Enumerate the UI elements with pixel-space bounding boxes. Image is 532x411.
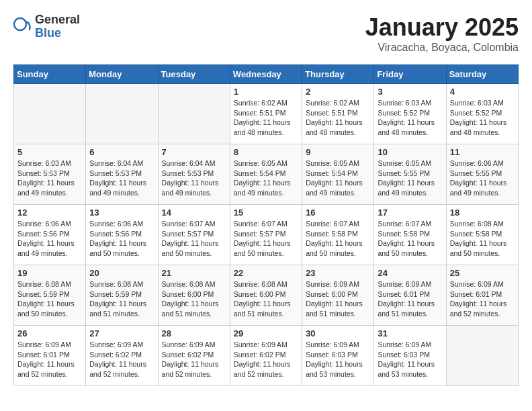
calendar-cell: 21Sunrise: 6:08 AMSunset: 6:00 PMDayligh… xyxy=(158,265,230,326)
calendar-cell: 14Sunrise: 6:07 AMSunset: 5:57 PMDayligh… xyxy=(158,205,230,265)
calendar-cell: 30Sunrise: 6:09 AMSunset: 6:03 PMDayligh… xyxy=(302,326,374,386)
day-number: 9 xyxy=(306,147,370,157)
calendar-cell: 8Sunrise: 6:05 AMSunset: 5:54 PMDaylight… xyxy=(230,144,302,205)
day-number: 23 xyxy=(306,268,370,278)
logo-icon xyxy=(13,17,32,36)
day-info: Sunrise: 6:09 AMSunset: 6:01 PMDaylight:… xyxy=(378,279,442,319)
calendar-cell: 15Sunrise: 6:07 AMSunset: 5:57 PMDayligh… xyxy=(230,205,302,265)
weekday-header-friday: Friday xyxy=(374,65,446,84)
day-info: Sunrise: 6:07 AMSunset: 5:57 PMDaylight:… xyxy=(162,219,226,259)
day-number: 22 xyxy=(234,268,298,278)
day-info: Sunrise: 6:06 AMSunset: 5:56 PMDaylight:… xyxy=(17,219,82,259)
calendar-cell: 13Sunrise: 6:06 AMSunset: 5:56 PMDayligh… xyxy=(86,205,158,265)
day-number: 25 xyxy=(450,268,515,278)
day-info: Sunrise: 6:07 AMSunset: 5:58 PMDaylight:… xyxy=(378,219,442,259)
calendar-cell: 2Sunrise: 6:02 AMSunset: 5:51 PMDaylight… xyxy=(302,84,374,144)
day-number: 6 xyxy=(89,147,154,157)
calendar-cell: 26Sunrise: 6:09 AMSunset: 6:01 PMDayligh… xyxy=(14,326,86,386)
day-number: 29 xyxy=(234,328,298,338)
day-number: 31 xyxy=(378,328,442,338)
day-info: Sunrise: 6:03 AMSunset: 5:53 PMDaylight:… xyxy=(17,158,82,198)
day-info: Sunrise: 6:08 AMSunset: 6:00 PMDaylight:… xyxy=(234,279,298,319)
calendar-cell: 20Sunrise: 6:08 AMSunset: 5:59 PMDayligh… xyxy=(86,265,158,326)
day-info: Sunrise: 6:09 AMSunset: 6:01 PMDaylight:… xyxy=(450,279,515,319)
day-number: 20 xyxy=(89,268,154,278)
page-header: General Blue January 2025 Viracacha, Boy… xyxy=(13,13,519,54)
calendar-week-2: 5Sunrise: 6:03 AMSunset: 5:53 PMDaylight… xyxy=(14,144,519,205)
calendar-week-4: 19Sunrise: 6:08 AMSunset: 5:59 PMDayligh… xyxy=(14,265,519,326)
calendar-cell: 5Sunrise: 6:03 AMSunset: 5:53 PMDaylight… xyxy=(14,144,86,205)
calendar-cell: 29Sunrise: 6:09 AMSunset: 6:02 PMDayligh… xyxy=(230,326,302,386)
day-info: Sunrise: 6:08 AMSunset: 5:58 PMDaylight:… xyxy=(450,219,515,259)
day-number: 30 xyxy=(306,328,370,338)
day-info: Sunrise: 6:02 AMSunset: 5:51 PMDaylight:… xyxy=(306,98,370,138)
day-number: 16 xyxy=(306,208,370,218)
day-number: 18 xyxy=(450,208,515,218)
logo-blue-text: Blue xyxy=(35,27,80,40)
day-info: Sunrise: 6:06 AMSunset: 5:56 PMDaylight:… xyxy=(89,219,154,259)
weekday-header-saturday: Saturday xyxy=(446,65,518,84)
day-number: 5 xyxy=(17,147,82,157)
calendar-cell: 31Sunrise: 6:09 AMSunset: 6:03 PMDayligh… xyxy=(374,326,446,386)
calendar-cell: 22Sunrise: 6:08 AMSunset: 6:00 PMDayligh… xyxy=(230,265,302,326)
calendar-cell: 3Sunrise: 6:03 AMSunset: 5:52 PMDaylight… xyxy=(374,84,446,144)
day-number: 12 xyxy=(17,208,82,218)
day-info: Sunrise: 6:07 AMSunset: 5:57 PMDaylight:… xyxy=(234,219,298,259)
day-number: 3 xyxy=(378,87,442,97)
weekday-header-row: SundayMondayTuesdayWednesdayThursdayFrid… xyxy=(14,65,519,84)
calendar-cell xyxy=(158,84,230,144)
day-info: Sunrise: 6:09 AMSunset: 6:00 PMDaylight:… xyxy=(306,279,370,319)
weekday-header-wednesday: Wednesday xyxy=(230,65,302,84)
calendar-cell: 7Sunrise: 6:04 AMSunset: 5:53 PMDaylight… xyxy=(158,144,230,205)
title-area: January 2025 Viracacha, Boyaca, Colombia xyxy=(365,13,519,54)
location-subtitle: Viracacha, Boyaca, Colombia xyxy=(365,42,519,54)
calendar-cell: 24Sunrise: 6:09 AMSunset: 6:01 PMDayligh… xyxy=(374,265,446,326)
calendar-cell: 17Sunrise: 6:07 AMSunset: 5:58 PMDayligh… xyxy=(374,205,446,265)
day-info: Sunrise: 6:03 AMSunset: 5:52 PMDaylight:… xyxy=(378,98,442,138)
calendar-cell: 9Sunrise: 6:05 AMSunset: 5:54 PMDaylight… xyxy=(302,144,374,205)
logo: General Blue xyxy=(13,13,80,40)
day-number: 21 xyxy=(162,268,226,278)
day-info: Sunrise: 6:09 AMSunset: 6:02 PMDaylight:… xyxy=(89,340,154,379)
day-number: 15 xyxy=(234,208,298,218)
calendar-cell: 18Sunrise: 6:08 AMSunset: 5:58 PMDayligh… xyxy=(446,205,518,265)
day-number: 24 xyxy=(378,268,442,278)
day-number: 1 xyxy=(234,87,298,97)
month-title: January 2025 xyxy=(365,13,519,42)
day-info: Sunrise: 6:08 AMSunset: 5:59 PMDaylight:… xyxy=(17,279,82,319)
logo-general-text: General xyxy=(35,13,80,27)
day-number: 11 xyxy=(450,147,515,157)
svg-point-0 xyxy=(14,18,26,30)
calendar-cell: 28Sunrise: 6:09 AMSunset: 6:02 PMDayligh… xyxy=(158,326,230,386)
day-info: Sunrise: 6:09 AMSunset: 6:01 PMDaylight:… xyxy=(17,340,82,379)
calendar-cell: 11Sunrise: 6:06 AMSunset: 5:55 PMDayligh… xyxy=(446,144,518,205)
calendar-cell: 25Sunrise: 6:09 AMSunset: 6:01 PMDayligh… xyxy=(446,265,518,326)
calendar-cell xyxy=(446,326,518,386)
calendar-cell: 10Sunrise: 6:05 AMSunset: 5:55 PMDayligh… xyxy=(374,144,446,205)
calendar-cell: 12Sunrise: 6:06 AMSunset: 5:56 PMDayligh… xyxy=(14,205,86,265)
weekday-header-thursday: Thursday xyxy=(302,65,374,84)
day-number: 17 xyxy=(378,208,442,218)
calendar-table: SundayMondayTuesdayWednesdayThursdayFrid… xyxy=(13,64,519,386)
day-info: Sunrise: 6:06 AMSunset: 5:55 PMDaylight:… xyxy=(450,158,515,198)
calendar-cell: 4Sunrise: 6:03 AMSunset: 5:52 PMDaylight… xyxy=(446,84,518,144)
day-info: Sunrise: 6:02 AMSunset: 5:51 PMDaylight:… xyxy=(234,98,298,138)
calendar-cell: 23Sunrise: 6:09 AMSunset: 6:00 PMDayligh… xyxy=(302,265,374,326)
calendar-cell xyxy=(14,84,86,144)
day-info: Sunrise: 6:09 AMSunset: 6:03 PMDaylight:… xyxy=(378,340,442,379)
calendar-cell xyxy=(86,84,158,144)
day-number: 27 xyxy=(89,328,154,338)
day-number: 8 xyxy=(234,147,298,157)
day-info: Sunrise: 6:07 AMSunset: 5:58 PMDaylight:… xyxy=(306,219,370,259)
day-number: 13 xyxy=(89,208,154,218)
day-number: 10 xyxy=(378,147,442,157)
day-number: 7 xyxy=(162,147,226,157)
day-info: Sunrise: 6:05 AMSunset: 5:55 PMDaylight:… xyxy=(378,158,442,198)
day-number: 26 xyxy=(17,328,82,338)
day-info: Sunrise: 6:03 AMSunset: 5:52 PMDaylight:… xyxy=(450,98,515,138)
calendar-week-1: 1Sunrise: 6:02 AMSunset: 5:51 PMDaylight… xyxy=(14,84,519,144)
calendar-cell: 19Sunrise: 6:08 AMSunset: 5:59 PMDayligh… xyxy=(14,265,86,326)
calendar-cell: 27Sunrise: 6:09 AMSunset: 6:02 PMDayligh… xyxy=(86,326,158,386)
calendar-week-3: 12Sunrise: 6:06 AMSunset: 5:56 PMDayligh… xyxy=(14,205,519,265)
calendar-cell: 16Sunrise: 6:07 AMSunset: 5:58 PMDayligh… xyxy=(302,205,374,265)
